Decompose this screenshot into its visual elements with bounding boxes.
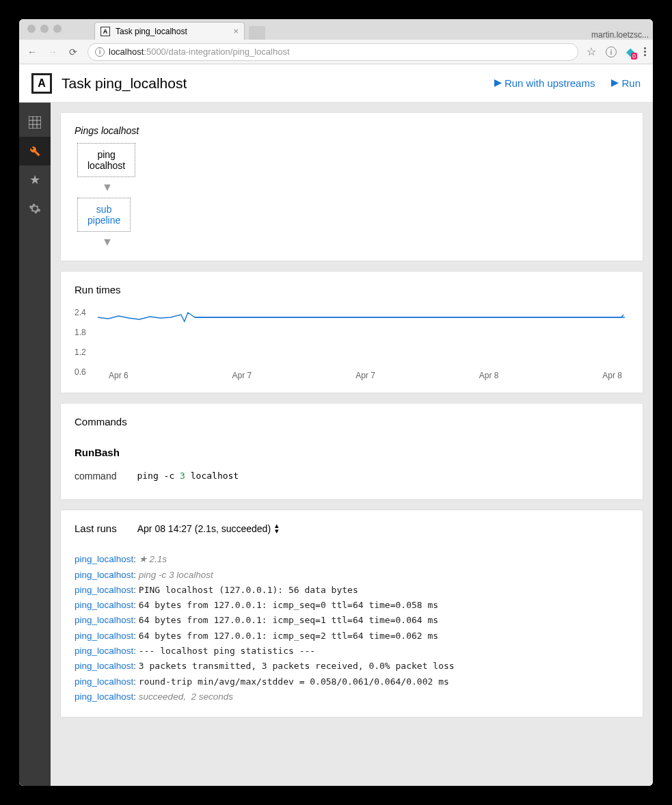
log-line: ping_localhost: PING localhost (127.0.0.… <box>75 583 629 598</box>
command-key: command <box>75 471 116 481</box>
log-text: round-trip min/avg/max/stddev = 0.058/0.… <box>139 676 449 687</box>
log-line: ping_localhost: --- localhost ping stati… <box>75 644 629 659</box>
task-description: Pings localhost <box>75 125 629 136</box>
log-task-link[interactable]: ping_localhost <box>75 631 133 641</box>
app-logo-icon[interactable]: A <box>31 73 52 94</box>
browser-toolbar: ← → ⟳ i localhost:5000/data-integration/… <box>19 40 653 64</box>
page-title: Task ping_localhost <box>62 75 485 92</box>
log-line: ping_localhost: 64 bytes from 127.0.0.1:… <box>75 629 629 644</box>
sidebar-item-tools[interactable] <box>19 137 51 166</box>
sidebar: ★ <box>19 103 51 786</box>
favicon-icon: A <box>100 27 110 36</box>
y-axis: 2.4 1.8 1.2 0.6 <box>75 305 86 380</box>
graph-node-sub-pipeline[interactable]: sub pipeline <box>77 198 131 232</box>
profile-label[interactable]: martin.loetzsc... <box>591 30 653 40</box>
run-label: Run <box>621 77 641 89</box>
log-task-link[interactable]: ping_localhost <box>75 600 133 610</box>
log-output: ping_localhost: ★ 2.1sping_localhost: pi… <box>75 552 629 704</box>
sidebar-item-grid[interactable] <box>19 108 51 137</box>
arrow-down-icon: ▼ <box>102 181 113 194</box>
account-info-icon[interactable]: i <box>606 47 617 57</box>
window-zoom-icon[interactable] <box>53 25 62 33</box>
x-axis: Apr 6 Apr 7 Apr 7 Apr 8 Apr 8 <box>109 371 622 380</box>
sidebar-item-settings[interactable] <box>19 194 51 223</box>
log-task-link[interactable]: ping_localhost <box>75 585 133 595</box>
svg-marker-0 <box>494 79 502 87</box>
command-class-name: RunBash <box>75 447 629 458</box>
commands-card: Commands RunBash command ping -c 3 local… <box>60 403 643 500</box>
lastruns-title: Last runs <box>75 523 117 534</box>
lastruns-card: Last runs Apr 08 14:27 (2.1s, succeeded)… <box>60 510 643 717</box>
back-icon[interactable]: ← <box>26 47 38 57</box>
log-line: ping_localhost: 3 packets transmitted, 3… <box>75 659 629 674</box>
lastruns-selector[interactable]: Apr 08 14:27 (2.1s, succeeded) ▴▾ <box>137 523 279 534</box>
run-button[interactable]: Run <box>611 77 641 89</box>
log-text: 64 bytes from 127.0.0.1: icmp_seq=1 ttl=… <box>139 615 438 625</box>
tab-close-icon[interactable]: × <box>233 26 239 36</box>
log-line: ping_localhost: 64 bytes from 127.0.0.1:… <box>75 613 629 628</box>
log-line: ping_localhost: 64 bytes from 127.0.0.1:… <box>75 598 629 613</box>
log-task-link[interactable]: ping_localhost <box>75 570 133 580</box>
runtimes-card: Run times 2.4 1.8 1.2 0.6 Apr 6 Apr 7 <box>60 271 643 393</box>
svg-marker-1 <box>611 79 619 87</box>
app-header: A Task ping_localhost Run with upstreams… <box>19 64 653 103</box>
forward-icon: → <box>46 47 59 57</box>
play-icon <box>494 77 502 89</box>
lastruns-selector-label: Apr 08 14:27 (2.1s, succeeded) <box>137 523 271 534</box>
address-bar[interactable]: i localhost:5000/data-integration/ping_l… <box>88 43 578 61</box>
log-task-link[interactable]: ping_localhost <box>75 691 133 702</box>
log-task-link[interactable]: ping_localhost <box>75 676 133 687</box>
log-text: PING localhost (127.0.0.1): 56 data byte… <box>139 585 358 595</box>
browser-tabstrip: A Task ping_localhost × martin.loetzsc..… <box>19 19 653 40</box>
command-value: ping -c 3 localhost <box>137 471 239 481</box>
runtimes-title: Run times <box>75 284 629 295</box>
bookmark-star-icon[interactable]: ☆ <box>587 45 596 58</box>
site-info-icon[interactable]: i <box>95 47 105 57</box>
overview-card: Pings localhost ping localhost ▼ sub pip… <box>60 112 643 261</box>
graph-node-ping-localhost[interactable]: ping localhost <box>77 143 135 177</box>
log-task-link[interactable]: ping_localhost <box>75 646 133 656</box>
run-with-upstreams-label: Run with upstreams <box>505 77 595 89</box>
reload-icon[interactable]: ⟳ <box>67 47 79 57</box>
new-tab-button[interactable] <box>249 26 265 40</box>
log-text: --- localhost ping statistics --- <box>139 646 315 656</box>
log-text: succeeded, 2 seconds <box>139 691 233 702</box>
url-text: localhost:5000/data-integration/ping_loc… <box>109 47 290 57</box>
log-text: ★ 2.1s <box>139 554 167 564</box>
window-close-icon[interactable] <box>27 25 36 33</box>
sidebar-item-favorites[interactable]: ★ <box>19 166 51 194</box>
log-text: 64 bytes from 127.0.0.1: icmp_seq=0 ttl=… <box>139 600 438 610</box>
log-line: ping_localhost: ping -c 3 localhost <box>75 568 629 583</box>
svg-rect-2 <box>29 116 41 129</box>
tab-title: Task ping_localhost <box>116 27 228 36</box>
extension-icon[interactable]: ◆0 <box>626 45 634 58</box>
arrow-down-icon: ▼ <box>102 236 113 248</box>
log-task-link[interactable]: ping_localhost <box>75 554 133 564</box>
window-minimize-icon[interactable] <box>40 25 49 33</box>
browser-menu-icon[interactable] <box>644 47 646 56</box>
log-line: ping_localhost: succeeded, 2 seconds <box>75 689 629 704</box>
runtimes-sparkline <box>98 311 625 327</box>
log-line: ping_localhost: round-trip min/avg/max/s… <box>75 674 629 689</box>
run-with-upstreams-button[interactable]: Run with upstreams <box>494 77 595 89</box>
log-task-link[interactable]: ping_localhost <box>75 661 133 671</box>
browser-window: A Task ping_localhost × martin.loetzsc..… <box>19 19 653 786</box>
play-icon <box>611 77 619 89</box>
browser-tab[interactable]: A Task ping_localhost × <box>94 22 245 40</box>
main-content: Pings localhost ping localhost ▼ sub pip… <box>51 103 653 786</box>
log-text: ping -c 3 localhost <box>139 570 213 580</box>
commands-title: Commands <box>75 416 629 427</box>
log-text: 64 bytes from 127.0.0.1: icmp_seq=2 ttl=… <box>139 631 438 641</box>
select-updown-icon: ▴▾ <box>275 523 279 533</box>
log-line: ping_localhost: ★ 2.1s <box>75 552 629 567</box>
log-text: 3 packets transmitted, 3 packets receive… <box>139 661 455 671</box>
extension-badge: 0 <box>631 53 637 60</box>
log-task-link[interactable]: ping_localhost <box>75 615 133 625</box>
